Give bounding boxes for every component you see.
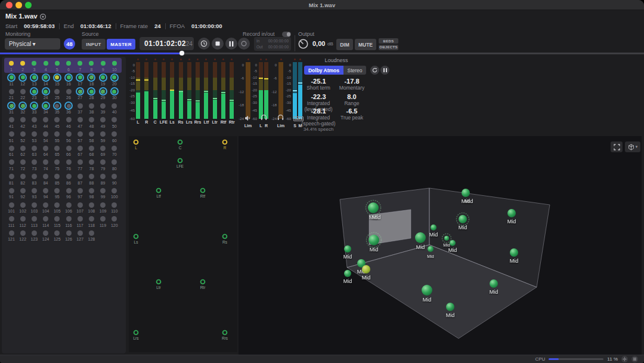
- channel-dot[interactable]: [7, 200, 16, 210]
- channel-dot[interactable]: [64, 73, 73, 82]
- audio-object[interactable]: [428, 246, 434, 252]
- channel-dot[interactable]: [98, 130, 108, 139]
- source-input-button[interactable]: INPUT: [82, 39, 106, 50]
- beds-button[interactable]: BEDS: [379, 38, 398, 44]
- speaker-dot-C[interactable]: [178, 140, 182, 144]
- channel-dot[interactable]: [75, 158, 85, 167]
- channel-dot[interactable]: [86, 87, 96, 96]
- channel-dot[interactable]: [18, 130, 27, 139]
- channel-dot[interactable]: [86, 143, 96, 153]
- channel-dot[interactable]: [29, 186, 39, 195]
- channel-dot[interactable]: [86, 115, 96, 125]
- channel-dot[interactable]: [18, 214, 27, 224]
- channel-dot[interactable]: [98, 115, 108, 125]
- channel-dot[interactable]: [7, 172, 16, 182]
- channel-dot[interactable]: [110, 186, 119, 195]
- channel-dot[interactable]: [86, 186, 96, 195]
- channel-dot[interactable]: [18, 59, 27, 68]
- loudness-pause-button[interactable]: [380, 66, 389, 75]
- source-master-button[interactable]: MASTER: [107, 39, 135, 50]
- channel-dot[interactable]: [7, 73, 16, 82]
- channel-dot[interactable]: [41, 228, 51, 238]
- channel-dot[interactable]: [29, 200, 39, 210]
- channel-dot[interactable]: [52, 101, 62, 110]
- channel-dot[interactable]: [29, 172, 39, 182]
- audio-object[interactable]: [369, 235, 379, 245]
- channel-dot[interactable]: [64, 172, 73, 182]
- channel-dot[interactable]: [29, 59, 39, 68]
- channel-dot[interactable]: [29, 214, 39, 224]
- channel-dot[interactable]: [29, 73, 39, 82]
- channel-dot[interactable]: [18, 101, 27, 110]
- channel-dot[interactable]: [18, 87, 27, 96]
- channel-dot[interactable]: [7, 143, 16, 153]
- channel-dot[interactable]: [41, 73, 51, 82]
- audio-object[interactable]: [510, 248, 518, 257]
- channel-dot[interactable]: [64, 87, 73, 96]
- audio-object[interactable]: [450, 240, 456, 246]
- channel-dot[interactable]: [110, 115, 119, 125]
- timecode-display[interactable]: 01:01:02:02 24: [140, 37, 194, 50]
- speaker-dot-Ltr[interactable]: [157, 280, 161, 284]
- loudness-mode-stereo-button[interactable]: Stereo: [343, 66, 366, 75]
- monitoring-select[interactable]: Physical ▾: [5, 38, 60, 50]
- channel-dot[interactable]: [75, 101, 85, 110]
- audio-object[interactable]: [507, 209, 516, 217]
- settings-icon[interactable]: [621, 356, 628, 362]
- channel-dot[interactable]: [52, 73, 62, 82]
- speaker-dot-R[interactable]: [223, 140, 227, 144]
- channel-dot[interactable]: [29, 87, 39, 96]
- channel-dot[interactable]: [110, 143, 119, 153]
- channel-dot[interactable]: [110, 87, 119, 96]
- audio-object[interactable]: [422, 285, 432, 296]
- channel-dot[interactable]: [52, 186, 62, 195]
- channel-dot[interactable]: [41, 130, 51, 139]
- channel-dot[interactable]: [41, 214, 51, 224]
- audio-object[interactable]: [362, 265, 370, 273]
- channel-dot[interactable]: [29, 130, 39, 139]
- channel-dot[interactable]: [7, 158, 16, 167]
- channel-dot[interactable]: [52, 143, 62, 153]
- channel-dot[interactable]: [52, 214, 62, 224]
- channel-dot[interactable]: [75, 130, 85, 139]
- channel-dot[interactable]: [18, 228, 27, 238]
- channel-dot[interactable]: [75, 186, 85, 195]
- speaker-dot-L[interactable]: [134, 140, 138, 144]
- channel-dot[interactable]: [86, 214, 96, 224]
- audio-object[interactable]: [368, 202, 379, 213]
- channel-dot[interactable]: [75, 228, 85, 238]
- channel-dot[interactable]: [29, 101, 39, 110]
- channel-dot[interactable]: [86, 59, 96, 68]
- channel-dot[interactable]: [7, 101, 16, 110]
- channel-dot[interactable]: [110, 200, 119, 210]
- channel-dot[interactable]: [41, 186, 51, 195]
- room-3d-view[interactable]: MidMidMidMidMidMidMidMidMidMidMidMidMidM…: [239, 136, 642, 355]
- chase-timecode-button[interactable]: [198, 38, 210, 50]
- channel-dot[interactable]: [75, 214, 85, 224]
- channel-dot[interactable]: [29, 115, 39, 125]
- view-mode-button[interactable]: ▾: [625, 141, 640, 152]
- channel-dot[interactable]: [98, 172, 108, 182]
- channel-dot[interactable]: [64, 214, 73, 224]
- channel-dot[interactable]: [41, 101, 51, 110]
- channel-dot[interactable]: [110, 59, 119, 68]
- channel-dot[interactable]: [98, 101, 108, 110]
- objects-button[interactable]: OBJECTS: [379, 45, 398, 50]
- channel-dot[interactable]: [41, 143, 51, 153]
- channel-dot[interactable]: [75, 143, 85, 153]
- channel-dot[interactable]: [86, 101, 96, 110]
- channel-dot[interactable]: [18, 115, 27, 125]
- record-button[interactable]: [238, 38, 250, 50]
- channel-dot[interactable]: [75, 200, 85, 210]
- channel-dot[interactable]: [7, 214, 16, 224]
- channel-dot[interactable]: [29, 143, 39, 153]
- channel-dot[interactable]: [98, 200, 108, 210]
- playback-slider[interactable]: [0, 53, 644, 54]
- channel-dot[interactable]: [29, 158, 39, 167]
- audio-object[interactable]: [459, 215, 467, 223]
- channel-dot[interactable]: [18, 200, 27, 210]
- speaker-dot-Ls[interactable]: [134, 235, 138, 239]
- channel-dot[interactable]: [64, 228, 73, 238]
- audio-object[interactable]: [462, 189, 470, 197]
- speaker-dot-Rtr[interactable]: [201, 280, 205, 284]
